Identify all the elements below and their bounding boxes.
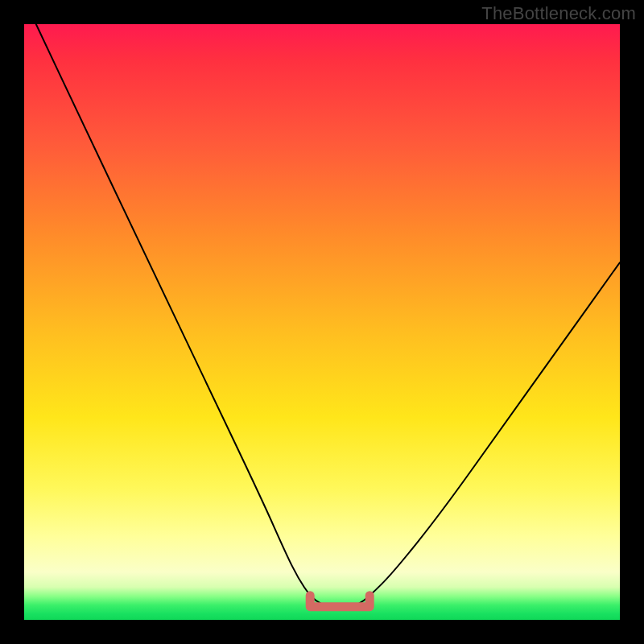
- flat-segment-path: [310, 596, 369, 607]
- bottleneck-curve-path: [36, 24, 620, 608]
- chart-frame: TheBottleneck.com: [0, 0, 644, 644]
- watermark-text: TheBottleneck.com: [481, 3, 636, 24]
- plot-area: [24, 24, 620, 620]
- curve-svg: [24, 24, 620, 620]
